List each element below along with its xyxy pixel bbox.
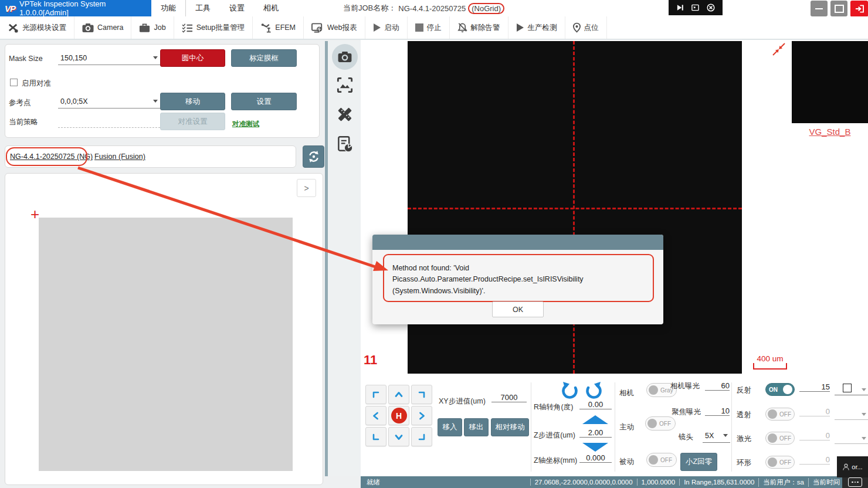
focus-exposure-input[interactable]: 10 xyxy=(705,406,730,416)
align-settings-button[interactable]: 对准设置 xyxy=(160,113,225,130)
expand-right-button[interactable]: > xyxy=(297,179,316,197)
menu-camera[interactable]: 相机 xyxy=(254,0,288,16)
web-report-button[interactable]: Web报表 xyxy=(304,16,365,39)
section-divider xyxy=(531,382,531,472)
channel-ring-value[interactable]: 0 xyxy=(799,455,830,465)
lens-dropdown[interactable]: 5X xyxy=(703,429,730,443)
jog-downleft-button[interactable] xyxy=(365,427,386,446)
rotate-cw-button[interactable] xyxy=(585,382,602,401)
exit-button[interactable] xyxy=(850,1,868,17)
jog-up-button[interactable] xyxy=(388,385,409,404)
chevron-down-icon xyxy=(862,388,866,394)
thumbnail-link[interactable]: VG_Std_B xyxy=(792,127,868,137)
image-capture-tool[interactable] xyxy=(335,75,355,95)
calibrate-frame-button[interactable]: 标定膜框 xyxy=(231,49,297,67)
rotate-ccw-button[interactable] xyxy=(561,382,579,401)
section-divider xyxy=(615,382,615,472)
setup-batch-button[interactable]: Setup批量管理 xyxy=(174,16,253,39)
z-coord-input[interactable]: 0.000 xyxy=(579,453,612,463)
move-out-button[interactable]: 移出 xyxy=(464,418,489,436)
menu-tools[interactable]: 工具 xyxy=(186,0,220,16)
tab-recipe-ng[interactable]: NG-4.4.1-20250725 (NG) xyxy=(10,152,93,161)
measure-tool[interactable] xyxy=(335,104,355,124)
status-ready: 就绪 xyxy=(361,478,386,487)
z-step-input[interactable]: 2.00 xyxy=(579,428,612,438)
report-tool[interactable] xyxy=(335,134,355,154)
job-button[interactable]: Job xyxy=(131,16,174,39)
ref-point-value: 0,0,0;5X xyxy=(60,97,88,106)
channel-transmit-option[interactable] xyxy=(835,407,868,420)
channel-reflect-checkbox[interactable] xyxy=(843,384,852,392)
start-button[interactable]: 启动 xyxy=(365,16,408,39)
channel-reflect-toggle[interactable]: ON xyxy=(765,383,795,396)
enable-align-checkbox[interactable] xyxy=(10,79,18,86)
relative-move-button[interactable]: 相对移动 xyxy=(491,418,529,436)
ref-point-dropdown[interactable]: 0,0,0;5X xyxy=(58,94,160,109)
status-more-button[interactable] xyxy=(842,476,868,488)
efem-button[interactable]: EFEM xyxy=(253,16,304,39)
channel-reflect-option[interactable] xyxy=(835,382,868,395)
tab-recipe-fusion[interactable]: Fusion (Fusion) xyxy=(94,152,145,161)
dialog-title-bar[interactable] xyxy=(372,235,663,250)
toggle-knob xyxy=(649,385,658,395)
camera-view-tool[interactable] xyxy=(332,44,358,70)
channel-laser-label: 激光 xyxy=(737,434,751,444)
corner-topleft-icon xyxy=(371,390,381,399)
set-button[interactable]: 设置 xyxy=(231,93,297,110)
channel-laser-option[interactable] xyxy=(835,431,868,444)
jog-left-button[interactable] xyxy=(365,406,386,425)
sync-recipe-button[interactable] xyxy=(303,145,324,168)
channel-transmit-value[interactable]: 0 xyxy=(799,407,830,416)
jog-downright-button[interactable] xyxy=(411,427,432,446)
channel-laser-toggle[interactable]: OFF xyxy=(765,432,795,445)
light-module-settings-button[interactable]: 光源模块设置 xyxy=(0,16,74,39)
production-inspect-button[interactable]: 生产检测 xyxy=(508,16,565,39)
move-in-button[interactable]: 移入 xyxy=(438,418,462,436)
point-position-button[interactable]: 点位 xyxy=(565,16,607,39)
z-down-button[interactable] xyxy=(582,443,608,452)
z-up-button[interactable] xyxy=(582,415,608,424)
toolbar-label: 停止 xyxy=(427,23,442,33)
sync-gear-icon xyxy=(307,150,320,163)
channel-ring-toggle[interactable]: OFF xyxy=(765,456,795,469)
chevron-down-icon xyxy=(862,413,866,418)
play-skip-icon[interactable] xyxy=(676,4,684,12)
small-z-home-button[interactable]: 小Z回零 xyxy=(680,453,717,471)
jog-right-button[interactable] xyxy=(411,406,432,425)
camera-exposure-label: 相机曝光 xyxy=(670,381,700,391)
minimize-button[interactable] xyxy=(811,1,828,16)
section-divider xyxy=(731,382,732,472)
jog-home-button[interactable]: H xyxy=(388,406,409,425)
camera-exposure-input[interactable]: 60 xyxy=(705,381,730,391)
align-test-link[interactable]: 对准测试 xyxy=(232,120,259,128)
mask-size-dropdown[interactable]: 150,150 xyxy=(58,51,160,65)
close-circle-icon[interactable] xyxy=(707,4,715,12)
user-session-overlay[interactable]: or... xyxy=(837,456,868,477)
more-icon xyxy=(848,477,862,487)
view-collapse-arrows[interactable] xyxy=(771,42,786,59)
camera-button[interactable]: Camera xyxy=(74,16,131,39)
resize-icon[interactable] xyxy=(691,4,699,11)
clear-alarm-button[interactable]: 解除告警 xyxy=(450,16,508,39)
reference-thumbnail[interactable] xyxy=(792,41,868,123)
r-axis-input[interactable]: 0.00 xyxy=(579,400,612,409)
move-button[interactable]: 移动 xyxy=(160,93,225,110)
z-coord-label: Z轴坐标(mm) xyxy=(534,456,577,466)
focus-toggle[interactable]: OFF xyxy=(645,416,676,431)
menu-settings[interactable]: 设置 xyxy=(220,0,254,16)
xy-step-input[interactable]: 7000 xyxy=(491,393,527,402)
jog-down-button[interactable] xyxy=(388,427,409,446)
channel-reflect-value[interactable]: 15 xyxy=(799,382,830,392)
circle-center-button[interactable]: 圆中心 xyxy=(160,49,225,67)
menu-function[interactable]: 功能 xyxy=(151,0,186,16)
strategy-field[interactable] xyxy=(58,114,160,128)
laser-assist-toggle[interactable]: OFF xyxy=(646,453,677,467)
stop-button[interactable]: 停止 xyxy=(408,16,450,39)
light-module-icon xyxy=(8,22,19,33)
jog-upleft-button[interactable] xyxy=(365,385,386,404)
channel-transmit-toggle[interactable]: OFF xyxy=(765,408,795,421)
ok-button[interactable]: OK xyxy=(492,301,544,317)
maximize-button[interactable] xyxy=(830,1,847,16)
channel-laser-value[interactable]: 0 xyxy=(799,431,830,440)
jog-upright-button[interactable] xyxy=(411,385,432,404)
